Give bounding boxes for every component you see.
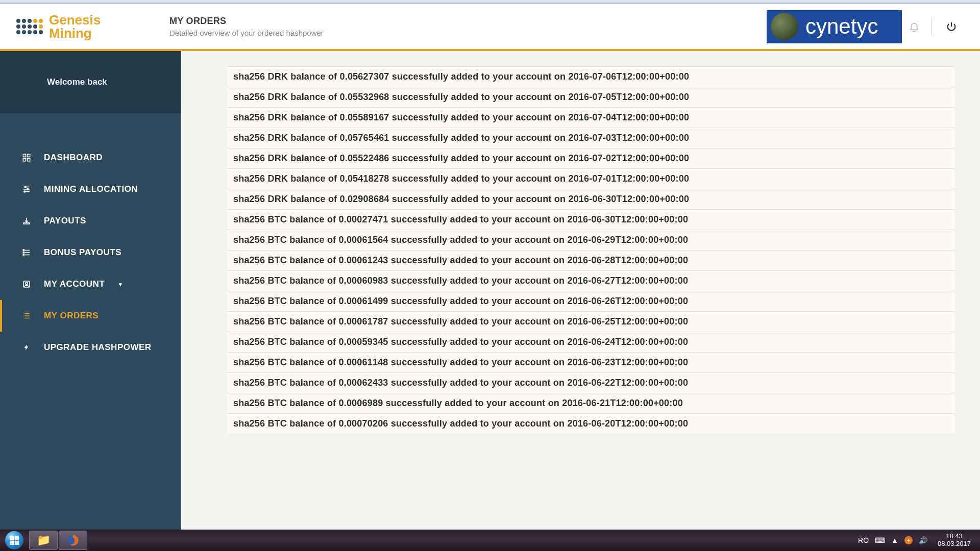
log-row: sha256 BTC balance of 0.00061499 success…: [227, 291, 954, 311]
user-badge[interactable]: cynetyc: [767, 10, 902, 43]
firefox-icon: [66, 534, 80, 547]
sidebar-item-upgrade-hashpower[interactable]: UPGRADE HASHPOWER: [0, 332, 181, 363]
sidebar: Welcome back DASHBOARDMINING ALLOCATIONP…: [0, 51, 181, 530]
keyboard-icon[interactable]: ⌨: [875, 536, 885, 544]
log-row: sha256 DRK balance of 0.05418278 success…: [227, 168, 954, 189]
sidebar-item-label: MY ACCOUNT: [44, 279, 105, 289]
log-row: sha256 BTC balance of 0.00061243 success…: [227, 250, 954, 270]
volume-icon[interactable]: 🔊: [919, 536, 927, 544]
page-heading: MY ORDERS Detailed overview of your orde…: [169, 16, 324, 37]
main: Welcome back DASHBOARDMINING ALLOCATIONP…: [0, 51, 980, 530]
download-icon: [21, 216, 32, 226]
divider: [932, 18, 932, 35]
sidebar-item-label: MY ORDERS: [44, 311, 99, 321]
log-row: sha256 BTC balance of 0.00070206 success…: [227, 413, 954, 434]
start-button[interactable]: [0, 530, 29, 551]
log-row: sha256 DRK balance of 0.05627307 success…: [227, 66, 954, 87]
sidebar-item-label: BONUS PAYOUTS: [44, 247, 121, 258]
logo[interactable]: Genesis Mining: [16, 13, 169, 40]
logo-dots-icon: [16, 19, 43, 34]
svg-rect-2: [23, 159, 26, 161]
tray-date: 08.03.2017: [938, 540, 971, 548]
log-row: sha256 DRK balance of 0.05532968 success…: [227, 87, 954, 107]
svg-rect-3: [28, 159, 30, 161]
page-title: MY ORDERS: [169, 16, 324, 27]
log-row: sha256 DRK balance of 0.05522486 success…: [227, 148, 954, 168]
chevron-down-icon: ▾: [119, 281, 122, 288]
sidebar-item-payouts[interactable]: PAYOUTS: [0, 205, 181, 237]
power-icon[interactable]: [939, 21, 964, 32]
taskbar-explorer-button[interactable]: 📁: [29, 531, 58, 550]
svg-point-8: [27, 189, 29, 190]
svg-point-18: [26, 282, 28, 285]
sidebar-item-bonus-payouts[interactable]: BONUS PAYOUTS: [0, 237, 181, 268]
log-row: sha256 DRK balance of 0.05589167 success…: [227, 107, 954, 128]
svg-point-7: [24, 186, 26, 188]
svg-rect-15: [23, 252, 24, 253]
log-row: sha256 BTC balance of 0.00060983 success…: [227, 270, 954, 291]
log-row: sha256 BTC balance of 0.00061787 success…: [227, 311, 954, 332]
user-icon: [21, 280, 32, 289]
log-row: sha256 DRK balance of 0.05765461 success…: [227, 128, 954, 148]
tray-clock[interactable]: 18:43 08.03.2017: [934, 533, 975, 548]
header: Genesis Mining MY ORDERS Detailed overvi…: [0, 4, 980, 49]
sidebar-item-my-account[interactable]: MY ACCOUNT▾: [0, 268, 181, 300]
bolt-icon: [21, 343, 32, 352]
svg-point-9: [24, 191, 26, 192]
content: sha256 DRK balance of 0.05627307 success…: [181, 51, 980, 530]
list-icon: [21, 248, 32, 257]
log-row: sha256 BTC balance of 0.00061148 success…: [227, 352, 954, 372]
svg-rect-10: [23, 223, 30, 224]
sidebar-item-label: PAYOUTS: [44, 216, 86, 226]
sliders-icon: [21, 185, 32, 194]
grid-icon: [21, 153, 32, 162]
tray-chevron-icon[interactable]: ▲: [891, 536, 898, 544]
nav: DASHBOARDMINING ALLOCATIONPAYOUTSBONUS P…: [0, 113, 181, 363]
username: cynetyc: [805, 14, 878, 39]
log-row: sha256 BTC balance of 0.00027471 success…: [227, 209, 954, 230]
sidebar-item-mining-allocation[interactable]: MINING ALLOCATION: [0, 173, 181, 205]
sidebar-item-dashboard[interactable]: DASHBOARD: [0, 142, 181, 173]
tray-lang[interactable]: RO: [858, 536, 869, 544]
svg-rect-1: [28, 154, 30, 157]
page-subtitle: Detailed overview of your ordered hashpo…: [169, 29, 324, 37]
log-row: sha256 BTC balance of 0.0006989 successf…: [227, 393, 954, 413]
svg-rect-14: [23, 249, 24, 251]
system-tray: RO ⌨ ▲ ✦ 🔊 18:43 08.03.2017: [858, 533, 980, 548]
listlines-icon: [21, 311, 32, 320]
svg-rect-16: [23, 254, 24, 255]
log-row: sha256 BTC balance of 0.00061564 success…: [227, 230, 954, 250]
svg-rect-0: [23, 154, 26, 157]
taskbar: 📁 RO ⌨ ▲ ✦ 🔊 18:43 08.03.2017: [0, 530, 980, 551]
sidebar-item-my-orders[interactable]: MY ORDERS: [0, 300, 181, 332]
sidebar-item-label: UPGRADE HASHPOWER: [44, 342, 152, 353]
sidebar-item-label: DASHBOARD: [44, 153, 103, 163]
tray-time: 18:43: [938, 533, 971, 540]
welcome-text: Welcome back: [0, 51, 181, 113]
windows-icon: [5, 531, 23, 549]
logo-text: Genesis Mining: [49, 13, 101, 40]
log-row: sha256 BTC balance of 0.00062433 success…: [227, 372, 954, 393]
folder-icon: 📁: [37, 534, 51, 547]
sidebar-item-label: MINING ALLOCATION: [44, 184, 138, 194]
avatar: [771, 13, 798, 40]
notifications-icon[interactable]: [902, 21, 926, 32]
browser-chrome: [0, 0, 980, 4]
taskbar-firefox-button[interactable]: [59, 531, 87, 550]
tray-app-icon[interactable]: ✦: [904, 536, 913, 544]
log-row: sha256 BTC balance of 0.00059345 success…: [227, 332, 954, 352]
order-log-list: sha256 DRK balance of 0.05627307 success…: [227, 66, 954, 434]
log-row: sha256 DRK balance of 0.02908684 success…: [227, 189, 954, 209]
